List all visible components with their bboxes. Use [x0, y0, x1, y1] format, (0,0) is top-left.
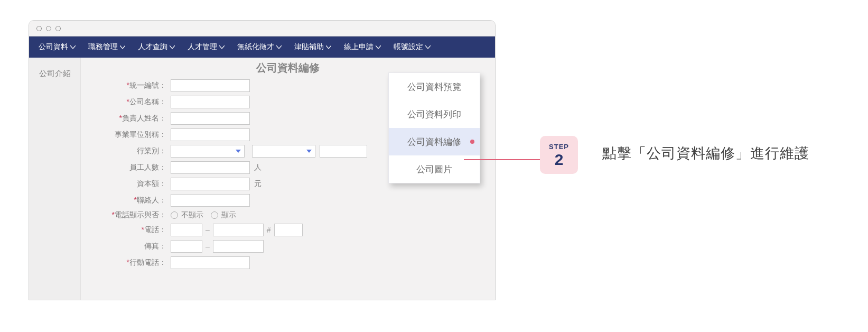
input-phone-area[interactable]	[171, 224, 202, 236]
dd-item-edit[interactable]: 公司資料編修	[389, 128, 480, 155]
step-badge: STEP 2	[540, 136, 578, 174]
input-industry-extra[interactable]	[320, 145, 367, 158]
nav-label: 帳號設定	[394, 42, 423, 52]
row-phone-visible: *電話顯示與否： 不顯示 顯示	[86, 210, 490, 220]
row-phone: *電話： – #	[86, 224, 490, 236]
input-capital[interactable]	[171, 178, 250, 190]
input-phone-num[interactable]	[213, 224, 264, 236]
nav-company-data[interactable]: 公司資料	[34, 42, 80, 52]
nav-subsidy[interactable]: 津貼補助	[290, 42, 335, 52]
traffic-light-dot	[46, 26, 51, 31]
caret-down-icon	[306, 150, 312, 153]
company-data-dropdown: 公司資料預覽 公司資料列印 公司資料編修 公司圖片	[388, 72, 480, 183]
input-company-name[interactable]	[171, 96, 250, 108]
label-company-name: *公司名稱：	[86, 97, 171, 107]
label-phone-visible: *電話顯示與否：	[86, 210, 171, 220]
nav-paperless[interactable]: 無紙化徵才	[233, 42, 286, 52]
radio-phone-hide[interactable]: 不顯示	[171, 210, 203, 220]
input-fax-num[interactable]	[213, 240, 264, 253]
chevron-down-icon	[326, 45, 331, 49]
app-body: 公司介紹 公司資料編修 *統一編號： *公司名稱： *負責人姓名：	[29, 58, 495, 300]
label-industry: 行業別：	[86, 146, 171, 156]
chevron-down-icon	[276, 45, 282, 49]
nav-label: 津貼補助	[294, 42, 324, 52]
unit-employees: 人	[254, 163, 262, 172]
separator: –	[206, 226, 210, 234]
select-industry-1[interactable]	[171, 145, 245, 158]
sidebar-tab-label: 公司介紹	[39, 69, 71, 79]
input-fax-area[interactable]	[171, 240, 202, 253]
separator: –	[206, 242, 210, 251]
chevron-down-icon	[425, 45, 431, 49]
nav-label: 無紙化徵才	[237, 42, 274, 52]
label-capital: 資本額：	[86, 179, 171, 189]
window-titlebar	[29, 21, 495, 36]
nav-talent-mgmt[interactable]: 人才管理	[183, 42, 229, 52]
input-contact[interactable]	[171, 194, 250, 207]
nav-label: 線上申請	[344, 42, 374, 52]
sidebar-tab-company-intro[interactable]: 公司介紹	[29, 63, 80, 84]
row-fax: 傳真： –	[86, 240, 490, 253]
label-fax: 傳真：	[86, 242, 171, 251]
unit-capital: 元	[254, 179, 262, 189]
input-unified-no[interactable]	[171, 79, 250, 92]
app-window: 公司資料 職務管理 人才查詢 人才管理 無紙化徵才 津貼補助	[29, 20, 496, 300]
nav-label: 人才查詢	[138, 42, 167, 52]
sidebar: 公司介紹	[29, 58, 81, 300]
nav-account-settings[interactable]: 帳號設定	[389, 42, 435, 52]
radio-icon	[211, 211, 218, 219]
label-mobile: *行動電話：	[86, 258, 171, 268]
input-mobile[interactable]	[171, 256, 250, 269]
nav-talent-search[interactable]: 人才查詢	[134, 42, 179, 52]
nav-label: 職務管理	[88, 42, 118, 52]
chevron-down-icon	[219, 45, 225, 49]
main-content: 公司資料編修 *統一編號： *公司名稱： *負責人姓名： 事業單位別稱：	[81, 58, 495, 300]
chevron-down-icon	[170, 45, 175, 49]
chevron-down-icon	[70, 45, 76, 49]
row-contact: *聯絡人：	[86, 194, 490, 207]
input-employees[interactable]	[171, 161, 250, 174]
nav-online-apply[interactable]: 線上申請	[340, 42, 385, 52]
input-unit-alias[interactable]	[171, 128, 250, 141]
radio-phone-show[interactable]: 顯示	[211, 210, 236, 220]
step-number: 2	[555, 152, 564, 168]
dd-item-preview[interactable]: 公司資料預覽	[389, 73, 480, 100]
top-navbar: 公司資料 職務管理 人才查詢 人才管理 無紙化徵才 津貼補助	[29, 36, 495, 58]
label-owner-name: *負責人姓名：	[86, 114, 171, 123]
ext-separator: #	[267, 226, 271, 234]
chevron-down-icon	[120, 45, 125, 49]
radio-icon	[171, 211, 178, 219]
label-employees: 員工人數：	[86, 163, 171, 172]
step-label: STEP	[549, 143, 569, 151]
label-contact: *聯絡人：	[86, 196, 171, 205]
dd-item-images[interactable]: 公司圖片	[389, 155, 480, 183]
chevron-down-icon	[376, 45, 381, 49]
caret-down-icon	[236, 150, 241, 153]
label-unit-alias: 事業單位別稱：	[86, 130, 171, 140]
instruction-text: 點擊「公司資料編修」進行維護	[602, 144, 809, 163]
label-phone: *電話：	[86, 225, 171, 235]
dd-item-print[interactable]: 公司資料列印	[389, 100, 480, 128]
row-mobile: *行動電話：	[86, 256, 490, 269]
select-industry-2[interactable]	[252, 145, 315, 158]
input-phone-ext[interactable]	[274, 224, 303, 236]
input-owner-name[interactable]	[171, 112, 250, 125]
label-unified-no: *統一編號：	[86, 81, 171, 90]
traffic-light-dot	[36, 26, 42, 31]
nav-label: 人才管理	[188, 42, 217, 52]
nav-job-mgmt[interactable]: 職務管理	[84, 42, 129, 52]
traffic-light-dot	[55, 26, 61, 31]
nav-label: 公司資料	[39, 42, 68, 52]
